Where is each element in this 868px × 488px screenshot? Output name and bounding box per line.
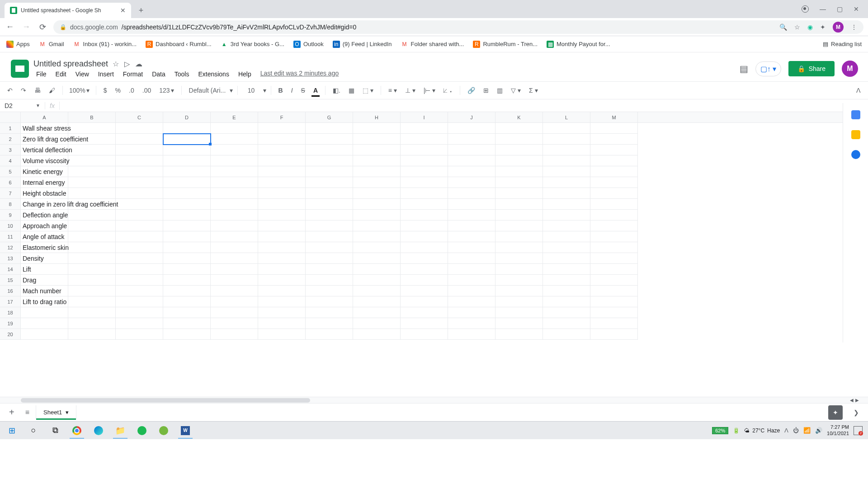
cell[interactable] (258, 264, 306, 275)
search-button[interactable]: ○ (24, 422, 43, 439)
cell[interactable] (116, 296, 163, 307)
cell[interactable] (401, 296, 448, 307)
cell[interactable]: Lift (21, 264, 68, 275)
zoom-select[interactable]: 100% ▾ (67, 86, 91, 95)
cell[interactable] (495, 264, 543, 275)
cell[interactable] (353, 231, 401, 242)
cell[interactable] (211, 275, 258, 286)
cell[interactable] (163, 199, 211, 210)
increase-decimal-icon[interactable]: .00 (140, 85, 154, 96)
cell[interactable] (68, 166, 116, 177)
cell[interactable] (116, 188, 163, 199)
cell[interactable]: Approach angle (21, 221, 68, 231)
cell[interactable] (495, 199, 543, 210)
percent-icon[interactable]: % (113, 85, 123, 96)
filter-icon[interactable]: ▽ ▾ (508, 85, 524, 96)
cell[interactable] (116, 134, 163, 145)
comments-icon[interactable]: ▤ (740, 63, 748, 74)
cell[interactable]: Kinetic energy (21, 166, 68, 177)
cell[interactable]: Density (21, 253, 68, 264)
cell[interactable] (543, 253, 590, 264)
cell[interactable] (163, 166, 211, 177)
cell[interactable]: Drag (21, 275, 68, 286)
link-icon[interactable]: 🔗 (465, 85, 478, 96)
zoom-icon[interactable]: 🔍 (779, 23, 787, 31)
cell[interactable] (306, 134, 353, 145)
row-header[interactable]: 6 (0, 177, 21, 188)
address-bar[interactable]: 🔒 docs.google.com/spreadsheets/d/1LzLDFC… (53, 20, 863, 34)
cell[interactable] (116, 286, 163, 296)
cell[interactable] (353, 242, 401, 253)
cell[interactable] (495, 253, 543, 264)
show-side-panel-icon[interactable]: ❯ (849, 409, 863, 416)
cell[interactable] (116, 177, 163, 188)
cell[interactable] (116, 242, 163, 253)
col-header[interactable]: E (211, 112, 258, 122)
cell[interactable] (306, 177, 353, 188)
bookmark-folder[interactable]: MFolder shared with... (401, 41, 464, 48)
cell[interactable] (163, 155, 211, 166)
cell[interactable] (543, 155, 590, 166)
undo-icon[interactable]: ↶ (5, 85, 15, 96)
cell[interactable] (258, 145, 306, 155)
cell[interactable] (258, 296, 306, 307)
cell[interactable] (211, 145, 258, 155)
cell[interactable] (163, 242, 211, 253)
cell[interactable] (543, 210, 590, 221)
cell[interactable] (590, 188, 638, 199)
cell[interactable] (590, 286, 638, 296)
cell[interactable] (590, 231, 638, 242)
cell[interactable] (543, 318, 590, 329)
chevron-down-icon[interactable]: ▾ (66, 409, 69, 416)
wifi-icon[interactable]: 📶 (803, 427, 811, 434)
bookmark-rumblerum[interactable]: RRumbleRum - Tren... (473, 41, 538, 48)
cell[interactable] (448, 231, 495, 242)
cell[interactable] (401, 134, 448, 145)
cell[interactable] (353, 177, 401, 188)
forward-icon[interactable]: → (21, 22, 32, 32)
cell[interactable] (306, 188, 353, 199)
new-tab-button[interactable]: + (135, 4, 147, 17)
cell[interactable]: Change in zero lift drag coefficient (21, 199, 68, 210)
h-align-icon[interactable]: ≡ ▾ (386, 85, 400, 96)
back-icon[interactable]: ← (5, 22, 15, 32)
cell[interactable] (590, 145, 638, 155)
menu-edit[interactable]: Edit (53, 70, 69, 79)
calendar-icon[interactable] (851, 110, 860, 119)
v-align-icon[interactable]: ⊥ ▾ (402, 85, 418, 96)
bookmark-outlook[interactable]: OOutlook (293, 41, 324, 48)
scroll-right-icon[interactable]: ▶ (855, 398, 859, 403)
word-taskbar-icon[interactable]: W (175, 422, 195, 439)
wrap-icon[interactable]: |⊢ ▾ (421, 85, 439, 96)
cell[interactable] (543, 307, 590, 318)
col-header[interactable]: L (543, 112, 590, 122)
cell[interactable] (211, 286, 258, 296)
cell[interactable] (353, 134, 401, 145)
cell[interactable] (306, 242, 353, 253)
row-header[interactable]: 14 (0, 264, 21, 275)
cell[interactable] (590, 264, 638, 275)
row-header[interactable]: 7 (0, 188, 21, 199)
row-header[interactable]: 1 (0, 123, 21, 134)
cell[interactable] (448, 134, 495, 145)
cell[interactable] (68, 307, 116, 318)
bookmark-payout[interactable]: ▦Monthly Payout for... (547, 41, 610, 48)
borders-icon[interactable]: ▦ (346, 85, 357, 96)
col-header[interactable]: M (590, 112, 638, 122)
cell[interactable] (401, 307, 448, 318)
cell[interactable] (306, 253, 353, 264)
cell[interactable] (163, 275, 211, 286)
cell[interactable] (401, 199, 448, 210)
cell[interactable] (543, 264, 590, 275)
cell[interactable] (306, 166, 353, 177)
cell[interactable] (211, 242, 258, 253)
cell[interactable] (211, 166, 258, 177)
cell[interactable] (211, 123, 258, 134)
row-header[interactable]: 3 (0, 145, 21, 155)
cell[interactable] (590, 275, 638, 286)
rotate-icon[interactable]: ⟀ ▾ (441, 85, 455, 96)
cell[interactable] (163, 307, 211, 318)
row-header[interactable]: 5 (0, 166, 21, 177)
cell[interactable] (353, 166, 401, 177)
cell[interactable] (448, 242, 495, 253)
